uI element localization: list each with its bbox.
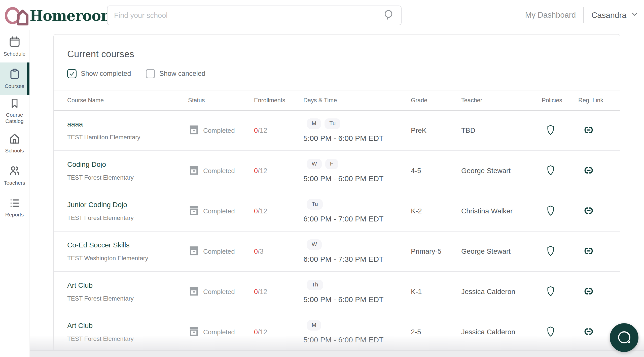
nav-divider bbox=[583, 7, 584, 23]
course-name-link[interactable]: Co-Ed Soccer Skills bbox=[67, 241, 188, 249]
policies-shield-button[interactable] bbox=[546, 124, 555, 136]
course-school: TEST Washington Elementary bbox=[67, 255, 188, 262]
policies-shield-button[interactable] bbox=[546, 165, 555, 176]
user-menu[interactable]: Casandra bbox=[591, 10, 638, 20]
archive-box-icon bbox=[188, 326, 200, 339]
enrolled-count: 0 bbox=[254, 127, 258, 134]
day-pills: Tu bbox=[307, 199, 411, 210]
col-header-status: Status bbox=[188, 97, 254, 104]
course-name-link[interactable]: Art Club bbox=[67, 281, 188, 289]
enrollments-cell: 0/12 bbox=[254, 127, 303, 135]
days-time-cell: MTu 5:00 PM - 6:00 PM EDT bbox=[303, 118, 411, 143]
grade-cell: Primary-5 bbox=[411, 247, 461, 255]
users-icon bbox=[8, 165, 21, 177]
help-chat-button[interactable] bbox=[610, 323, 638, 352]
status-cell: Completed bbox=[188, 245, 254, 258]
course-school: TEST Hamilton Elementary bbox=[67, 134, 188, 141]
day-pills: MTu bbox=[307, 118, 411, 129]
course-name-link[interactable]: Coding Dojo bbox=[67, 160, 188, 169]
course-name-link[interactable]: Art Club bbox=[67, 322, 188, 330]
course-filters: Show completed Show canceled bbox=[67, 69, 606, 90]
top-bar: Homeroom My Dashboard Casandra bbox=[0, 0, 644, 30]
days-time-cell: M 5:00 PM - 6:00 PM EDT bbox=[303, 320, 411, 344]
sidebar-item-label: Reports bbox=[5, 212, 24, 218]
table-row: Junior Coding Dojo TEST Forest Elementar… bbox=[54, 191, 620, 232]
registration-link-icon[interactable] bbox=[583, 165, 594, 176]
reg-link-cell bbox=[578, 124, 615, 137]
col-header-policies: Policies bbox=[542, 97, 578, 104]
reg-link-cell bbox=[578, 326, 615, 338]
enrollments-cell: 0/12 bbox=[254, 288, 303, 296]
enrollment-capacity: /12 bbox=[258, 328, 267, 336]
enrolled-count: 0 bbox=[254, 207, 258, 215]
table-row: Art Club TEST Forest Elementary Complete… bbox=[54, 272, 620, 312]
time-range: 5:00 PM - 6:00 PM EDT bbox=[303, 174, 411, 183]
status-text: Completed bbox=[203, 207, 235, 215]
sidebar-item-course-catalog[interactable]: Course Catalog bbox=[0, 95, 29, 127]
school-search-input[interactable] bbox=[114, 11, 383, 20]
filter-show-canceled[interactable]: Show canceled bbox=[146, 69, 205, 78]
user-name: Casandra bbox=[591, 11, 626, 20]
my-dashboard-link[interactable]: My Dashboard bbox=[525, 11, 576, 20]
course-cell: Junior Coding Dojo TEST Forest Elementar… bbox=[67, 201, 188, 221]
horizontal-scrollbar[interactable] bbox=[30, 350, 644, 357]
status-cell: Completed bbox=[188, 124, 254, 137]
grade-cell: PreK bbox=[411, 126, 461, 135]
teacher-cell: George Stewart bbox=[461, 167, 542, 175]
enrollment-capacity: /12 bbox=[258, 167, 267, 175]
checkbox-show-completed[interactable] bbox=[67, 69, 77, 78]
filter-label: Show completed bbox=[81, 70, 131, 78]
course-cell: Art Club TEST Forest Elementary bbox=[67, 322, 188, 342]
enrollment-capacity: /3 bbox=[258, 248, 264, 255]
active-indicator bbox=[27, 62, 29, 95]
status-cell: Completed bbox=[188, 164, 254, 178]
day-pill: M bbox=[307, 118, 321, 129]
policies-cell bbox=[542, 326, 578, 338]
col-header-teacher: Teacher bbox=[461, 97, 542, 104]
time-range: 6:00 PM - 7:30 PM EDT bbox=[303, 255, 411, 264]
checkbox-show-canceled[interactable] bbox=[146, 69, 155, 78]
policies-cell bbox=[542, 285, 578, 298]
grade-cell: 2-5 bbox=[411, 328, 461, 336]
day-pill: W bbox=[307, 239, 322, 250]
registration-link-icon[interactable] bbox=[583, 326, 594, 337]
archive-box-icon bbox=[188, 285, 200, 299]
enrollment-capacity: /12 bbox=[258, 207, 267, 215]
sidebar-item-teachers[interactable]: Teachers bbox=[0, 159, 29, 191]
course-name-link[interactable]: aaaa bbox=[67, 120, 188, 128]
registration-link-icon[interactable] bbox=[583, 285, 594, 297]
page-title: Current courses bbox=[67, 49, 606, 59]
policies-shield-button[interactable] bbox=[546, 326, 555, 337]
course-name-link[interactable]: Junior Coding Dojo bbox=[67, 201, 188, 209]
course-school: TEST Forest Elementary bbox=[67, 335, 188, 342]
status-text: Completed bbox=[203, 288, 235, 296]
enrolled-count: 0 bbox=[254, 248, 258, 255]
policies-shield-button[interactable] bbox=[546, 285, 555, 297]
policies-shield-button[interactable] bbox=[546, 245, 555, 257]
homeroom-logo[interactable]: Homeroom bbox=[4, 4, 116, 27]
current-courses-card: Current courses Show completed Show canc… bbox=[53, 34, 620, 357]
sidebar-item-schedule[interactable]: Schedule bbox=[0, 30, 29, 62]
filter-label: Show canceled bbox=[159, 70, 205, 78]
sidebar-item-schools[interactable]: Schools bbox=[0, 127, 29, 159]
reg-link-cell bbox=[578, 165, 615, 177]
chevron-down-icon bbox=[631, 10, 638, 20]
sidebar-item-label: Courses bbox=[5, 83, 24, 89]
policies-cell bbox=[542, 245, 578, 258]
sidebar-item-courses[interactable]: Courses bbox=[0, 62, 29, 95]
registration-link-icon[interactable] bbox=[583, 124, 594, 136]
course-cell: Coding Dojo TEST Forest Elementary bbox=[67, 160, 188, 181]
policies-shield-button[interactable] bbox=[546, 205, 555, 216]
search-icon[interactable] bbox=[383, 9, 395, 22]
course-cell: Co-Ed Soccer Skills TEST Washington Elem… bbox=[67, 241, 188, 262]
filter-show-completed[interactable]: Show completed bbox=[67, 69, 131, 78]
status-text: Completed bbox=[203, 248, 235, 255]
sidebar-item-label: Schools bbox=[5, 148, 24, 154]
col-header-reg-link: Reg. Link bbox=[578, 97, 615, 104]
status-cell: Completed bbox=[188, 285, 254, 299]
registration-link-icon[interactable] bbox=[583, 205, 594, 216]
time-range: 5:00 PM - 6:00 PM EDT bbox=[303, 295, 411, 304]
table-row: aaaa TEST Hamilton Elementary Completed … bbox=[54, 111, 620, 151]
sidebar-item-reports[interactable]: Reports bbox=[0, 191, 29, 224]
registration-link-icon[interactable] bbox=[583, 245, 594, 257]
